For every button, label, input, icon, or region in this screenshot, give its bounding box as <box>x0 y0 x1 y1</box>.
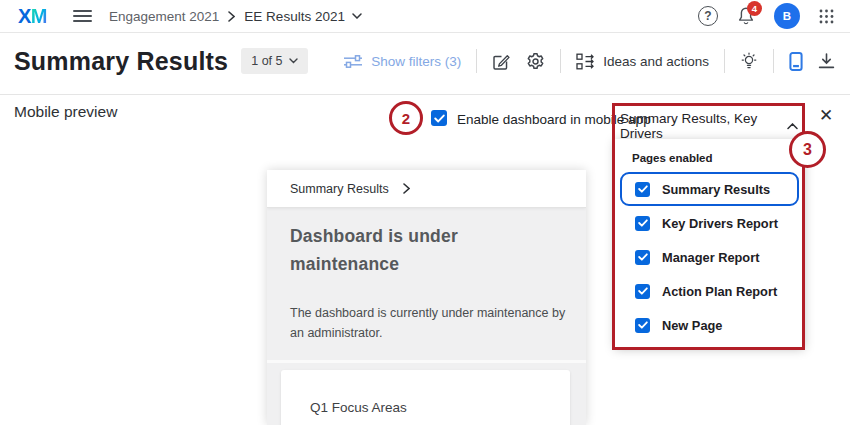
dashboard-screen: X M Engagement 2021 EE Results 2021 ? 4 … <box>0 0 850 425</box>
close-icon: ✕ <box>819 106 833 125</box>
page-item-label: Action Plan Report <box>662 284 777 299</box>
top-nav-bar: X M Engagement 2021 EE Results 2021 ? 4 … <box>0 0 850 33</box>
check-icon <box>638 219 648 227</box>
avatar[interactable]: B <box>774 3 800 29</box>
page-item-label: Key Drivers Report <box>662 216 778 231</box>
xm-logo[interactable]: X M <box>18 5 47 28</box>
page-item-label: Summary Results <box>662 182 770 197</box>
chevron-down-icon <box>352 13 362 19</box>
pages-enabled-dropdown[interactable]: Summary Results, Key Drivers <box>620 111 798 141</box>
edit-dashboard-button[interactable] <box>492 52 511 71</box>
export-button[interactable] <box>818 53 835 69</box>
pages-enabled-dropdown-value: Summary Results, Key Drivers <box>620 111 787 141</box>
check-icon <box>638 321 648 329</box>
toolbar-divider <box>476 49 477 73</box>
breadcrumb-project[interactable]: Engagement 2021 <box>109 9 219 24</box>
phone-preview-body: Dashboard is under maintenance The dashb… <box>267 208 586 425</box>
xm-logo-m: M <box>31 5 47 28</box>
annotation-step-3: 3 <box>789 131 826 168</box>
phone-preview-header: Summary Results <box>267 170 586 208</box>
help-glyph: ? <box>704 9 711 23</box>
check-icon <box>434 114 445 123</box>
page-checkbox[interactable] <box>635 284 650 299</box>
topbar-actions: ? 4 B <box>698 3 834 29</box>
toolbar-actions: Show filters (3) Ideas and actions <box>344 49 835 73</box>
breadcrumb: Engagement 2021 EE Results 2021 <box>109 9 362 24</box>
notifications-button[interactable]: 4 <box>737 6 755 26</box>
pages-enabled-panel: Pages enabled Summary Results Key Driver… <box>615 139 804 347</box>
breadcrumb-dashboard[interactable]: EE Results 2021 <box>244 9 362 24</box>
xm-logo-x: X <box>18 5 31 28</box>
ideas-and-actions-button[interactable]: Ideas and actions <box>576 53 709 70</box>
chevron-right-icon <box>403 183 410 194</box>
edit-pencil-icon <box>492 52 511 71</box>
maintenance-heading: Dashboard is under maintenance <box>290 222 518 279</box>
lightbulb-icon <box>740 52 758 71</box>
pages-enabled-list: Summary Results Key Drivers Report Manag… <box>615 172 804 342</box>
pages-enabled-header: Pages enabled <box>632 152 804 164</box>
toolbar-divider <box>773 49 774 73</box>
widget-card: Q1 Focus Areas <box>281 370 570 425</box>
page-item-summary-results[interactable]: Summary Results <box>620 172 799 206</box>
show-filters-button[interactable]: Show filters (3) <box>344 54 461 69</box>
page-item-manager-report[interactable]: Manager Report <box>620 240 799 274</box>
check-icon <box>638 287 648 295</box>
filters-slider-icon <box>344 55 363 68</box>
ideas-and-actions-label: Ideas and actions <box>603 54 709 69</box>
avatar-initial: B <box>783 10 791 22</box>
page-item-key-drivers[interactable]: Key Drivers Report <box>620 206 799 240</box>
mobile-phone-icon <box>789 52 803 71</box>
page-checkbox[interactable] <box>635 216 650 231</box>
enable-mobile-checkbox[interactable] <box>431 110 447 126</box>
page-checkbox[interactable] <box>635 318 650 333</box>
breadcrumb-dashboard-label: EE Results 2021 <box>244 9 345 24</box>
chevron-up-icon <box>787 123 798 130</box>
chevron-down-icon <box>289 58 298 64</box>
widget-title: Q1 Focus Areas <box>310 400 570 415</box>
page-item-label: Manager Report <box>662 250 759 265</box>
settings-button[interactable] <box>526 52 545 71</box>
toolbar-divider <box>724 49 725 73</box>
show-filters-label: Show filters (3) <box>371 54 461 69</box>
page-checkbox[interactable] <box>635 182 650 197</box>
ideas-and-actions-icon <box>576 53 595 70</box>
phone-section-divider <box>267 360 586 363</box>
help-icon[interactable]: ? <box>698 6 718 26</box>
page-checkbox[interactable] <box>635 250 650 265</box>
notification-badge: 4 <box>747 1 762 16</box>
page-item-new-page[interactable]: New Page <box>620 308 799 342</box>
app-grid-icon[interactable] <box>819 9 834 24</box>
phone-preview: Summary Results Dashboard is under maint… <box>267 170 586 425</box>
dashboard-toolbar: Summary Results 1 of 5 Show filters (3) … <box>0 34 850 95</box>
page-selector-label: 1 of 5 <box>251 54 282 68</box>
chevron-right-icon <box>228 11 235 22</box>
check-icon <box>638 253 648 261</box>
mobile-preview-button[interactable] <box>789 52 803 71</box>
download-icon <box>818 53 835 69</box>
mobile-preview-title: Mobile preview <box>14 103 117 121</box>
page-item-action-plan[interactable]: Action Plan Report <box>620 274 799 308</box>
toolbar-divider <box>560 49 561 73</box>
gear-icon <box>526 52 545 71</box>
phone-header-title: Summary Results <box>290 182 389 196</box>
annotation-step-3-number: 3 <box>803 141 812 159</box>
customize-button[interactable] <box>740 52 758 71</box>
page-selector[interactable]: 1 of 5 <box>241 48 308 74</box>
annotation-step-2-number: 2 <box>402 110 410 127</box>
page-title: Summary Results <box>14 47 228 76</box>
close-mobile-preview-button[interactable]: ✕ <box>819 105 833 126</box>
annotation-step-2: 2 <box>389 101 423 135</box>
page-item-label: New Page <box>662 318 722 333</box>
hamburger-menu-icon[interactable] <box>73 9 92 23</box>
check-icon <box>638 185 648 193</box>
maintenance-message: The dashboard is currently under mainten… <box>290 303 570 344</box>
